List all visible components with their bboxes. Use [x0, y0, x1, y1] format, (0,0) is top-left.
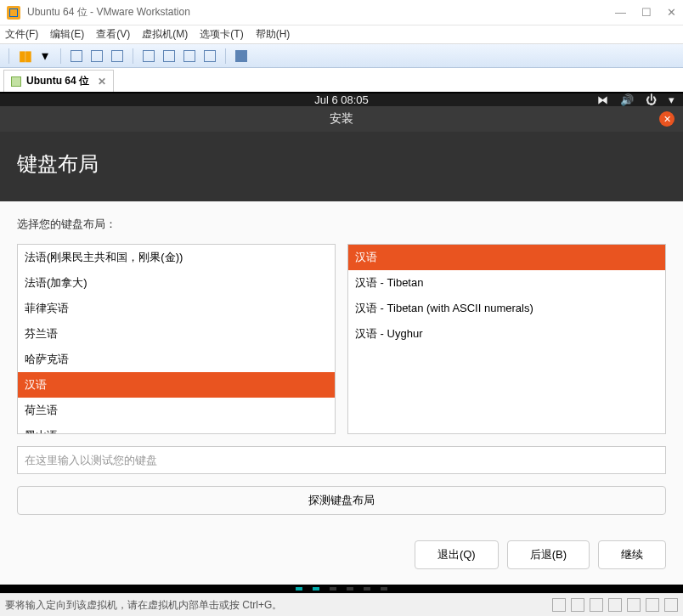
- menu-file[interactable]: 文件(F): [5, 27, 38, 42]
- vm-tab-label: Ubuntu 64 位: [26, 74, 89, 88]
- installer-window: 安装 ✕ 键盘布局 选择您的键盘布局： 法语(刚果民主共和国，刚果(金))法语(…: [0, 106, 683, 585]
- back-button[interactable]: 后退(B): [507, 540, 590, 569]
- guest-display: Jul 6 08:05 ⧓ 🔊 ⏻ ▾ 安装 ✕ 键盘布局 选择您的键盘布局： …: [0, 93, 683, 593]
- fullscreen-button[interactable]: [233, 48, 250, 65]
- snapshot-manager-button[interactable]: [109, 48, 126, 65]
- multimon-button[interactable]: [181, 48, 198, 65]
- layout-prompt: 选择您的键盘布局：: [17, 217, 666, 232]
- variant-item[interactable]: 汉语 - Tibetan (with ASCII numerals): [348, 296, 665, 321]
- device-sound-icon[interactable]: [627, 598, 641, 612]
- stretch-button[interactable]: [201, 48, 218, 65]
- ubuntu-clock[interactable]: Jul 6 08:05: [314, 93, 369, 106]
- network-icon[interactable]: ⧓: [597, 93, 608, 106]
- device-tray: [552, 598, 678, 612]
- unity-button[interactable]: [140, 48, 157, 65]
- menu-view[interactable]: 查看(V): [96, 27, 130, 42]
- installer-title: 安装: [330, 111, 353, 127]
- language-item[interactable]: 哈萨克语: [18, 347, 335, 372]
- variant-item[interactable]: 汉语 - Tibetan: [348, 270, 665, 296]
- status-message: 要将输入定向到该虚拟机，请在虚拟机内部单击或按 Ctrl+G。: [5, 598, 552, 613]
- device-printer-icon[interactable]: [646, 598, 659, 612]
- device-network-icon[interactable]: [590, 598, 603, 612]
- language-item[interactable]: 芬兰语: [18, 321, 335, 347]
- quit-button[interactable]: 退出(Q): [415, 540, 499, 569]
- vmware-titlebar: Ubuntu 64 位 - VMware Workstation — ☐ ✕: [0, 0, 683, 25]
- vmware-logo-icon: [7, 6, 20, 20]
- test-keyboard-input[interactable]: [17, 446, 666, 474]
- variant-item[interactable]: 汉语: [348, 245, 665, 270]
- variant-item[interactable]: 汉语 - Uyghur: [348, 321, 665, 347]
- menu-tabs[interactable]: 选项卡(T): [200, 27, 243, 42]
- installer-titlebar: 安装 ✕: [0, 106, 683, 132]
- close-button[interactable]: ✕: [667, 6, 676, 19]
- volume-icon[interactable]: 🔊: [620, 93, 634, 106]
- variant-list[interactable]: 汉语汉语 - Tibetan汉语 - Tibetan (with ASCII n…: [347, 244, 666, 434]
- device-usb-icon[interactable]: [608, 598, 622, 612]
- vmware-statusbar: 要将输入定向到该虚拟机，请在虚拟机内部单击或按 Ctrl+G。: [0, 593, 683, 616]
- menu-help[interactable]: 帮助(H): [256, 27, 291, 42]
- device-harddisk-icon[interactable]: [552, 598, 566, 612]
- device-cdrom-icon[interactable]: [571, 598, 584, 612]
- language-item[interactable]: 荷兰语: [18, 398, 335, 423]
- detect-layout-button[interactable]: 探测键盘布局: [17, 486, 666, 515]
- vm-tab[interactable]: Ubuntu 64 位 ✕: [3, 70, 114, 92]
- continue-button[interactable]: 继续: [598, 540, 666, 569]
- menu-vm[interactable]: 虚拟机(M): [142, 27, 188, 42]
- vmware-toolbar: ▮▮ ▾: [0, 44, 683, 68]
- snapshot-button[interactable]: [68, 48, 85, 65]
- page-heading: 键盘布局: [0, 132, 683, 201]
- installer-close-button[interactable]: ✕: [659, 111, 675, 127]
- progress-dots: [0, 585, 683, 593]
- snapshot-revert-button[interactable]: [88, 48, 105, 65]
- minimize-button[interactable]: —: [615, 6, 626, 19]
- chevron-down-icon[interactable]: ▾: [669, 93, 675, 106]
- language-list[interactable]: 法语(刚果民主共和国，刚果(金))法语(加拿大)菲律宾语芬兰语哈萨克语汉语荷兰语…: [17, 244, 336, 434]
- vm-tab-close-icon[interactable]: ✕: [98, 76, 106, 88]
- language-item[interactable]: 黑山语: [18, 423, 335, 434]
- thumbnail-button[interactable]: [161, 48, 178, 65]
- vmware-menubar: 文件(F) 编辑(E) 查看(V) 虚拟机(M) 选项卡(T) 帮助(H): [0, 25, 683, 44]
- installer-body: 选择您的键盘布局： 法语(刚果民主共和国，刚果(金))法语(加拿大)菲律宾语芬兰…: [0, 201, 683, 585]
- device-display-icon[interactable]: [664, 598, 678, 612]
- maximize-button[interactable]: ☐: [641, 6, 652, 19]
- menu-edit[interactable]: 编辑(E): [50, 27, 84, 42]
- language-item[interactable]: 法语(刚果民主共和国，刚果(金)): [18, 245, 335, 270]
- language-item[interactable]: 法语(加拿大): [18, 270, 335, 296]
- window-title: Ubuntu 64 位 - VMware Workstation: [27, 5, 615, 20]
- language-item[interactable]: 菲律宾语: [18, 296, 335, 321]
- power-icon[interactable]: ⏻: [646, 93, 657, 106]
- window-controls: — ☐ ✕: [615, 6, 676, 19]
- power-dropdown[interactable]: ▾: [37, 48, 54, 65]
- pause-button[interactable]: ▮▮: [16, 48, 33, 65]
- ubuntu-topbar: Jul 6 08:05 ⧓ 🔊 ⏻ ▾: [0, 93, 683, 106]
- language-item[interactable]: 汉语: [18, 372, 335, 398]
- vm-tabbar: Ubuntu 64 位 ✕: [0, 68, 683, 93]
- vm-running-icon: [11, 76, 21, 87]
